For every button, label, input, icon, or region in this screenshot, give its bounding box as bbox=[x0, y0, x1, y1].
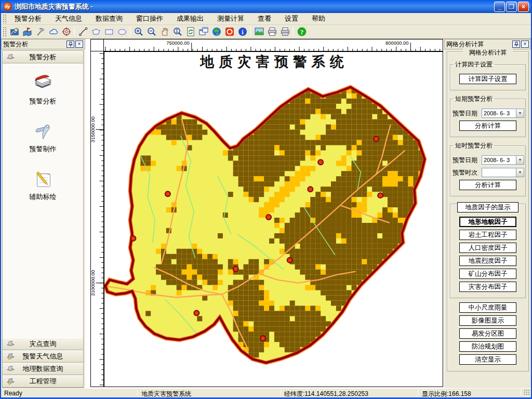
warning-time-combobox[interactable]: ▼ bbox=[482, 168, 524, 177]
nav-item-label: 预警制作 bbox=[3, 144, 83, 154]
warning-date-combobox[interactable]: 2008- 6- 3 ▼ bbox=[482, 109, 524, 118]
rectangle-tool-icon[interactable] bbox=[102, 26, 115, 38]
nowcast-date-combobox[interactable]: 2008- 6- 3 ▼ bbox=[482, 155, 524, 165]
print-preview-icon[interactable] bbox=[278, 26, 291, 38]
menu-成果输出[interactable]: 成果输出 bbox=[170, 13, 210, 24]
warning-analysis-panel: 预警分析 × 预警分析 预警分析预警制作辅助标绘 灾点查询预警天气信息地理数据查… bbox=[1, 39, 85, 388]
display-button-易发分区图[interactable]: 易发分区图 bbox=[459, 328, 516, 339]
right-panel-title: 网格分析计算 bbox=[446, 40, 511, 49]
close-icon[interactable]: × bbox=[75, 41, 83, 48]
refresh-icon[interactable] bbox=[184, 26, 197, 38]
info-icon[interactable]: i bbox=[236, 26, 249, 38]
image-map-icon[interactable] bbox=[252, 26, 265, 38]
display-button-影像图显示[interactable]: 影像图显示 bbox=[459, 315, 516, 326]
warning-map-icon[interactable] bbox=[8, 26, 21, 38]
close-button[interactable]: × bbox=[518, 2, 529, 12]
svg-text:750000.00: 750000.00 bbox=[166, 40, 190, 46]
nav-section-地理数据查询[interactable]: 地理数据查询 bbox=[3, 363, 83, 375]
flag-map-icon[interactable] bbox=[21, 26, 34, 38]
minimize-button[interactable]: _ bbox=[494, 2, 505, 12]
menu-设置[interactable]: 设置 bbox=[278, 13, 305, 24]
nowcast-analyze-button[interactable]: 分析计算 bbox=[459, 180, 516, 190]
ellipse-tool-icon[interactable] bbox=[115, 26, 128, 38]
status-separator bbox=[418, 390, 418, 395]
menu-帮助[interactable]: 帮助 bbox=[305, 13, 332, 24]
svg-text:3150000.00: 3150000.00 bbox=[91, 116, 96, 142]
zoom-out-icon[interactable] bbox=[145, 26, 158, 38]
menu-测量计算[interactable]: 测量计算 bbox=[210, 13, 251, 24]
restore-button[interactable]: ❐ bbox=[506, 2, 517, 12]
factor-button-灾害分布因子[interactable]: 灾害分布因子 bbox=[459, 282, 516, 292]
chevron-down-icon[interactable]: ▼ bbox=[516, 156, 524, 164]
display-button-防治规划图[interactable]: 防治规划图 bbox=[459, 341, 516, 352]
factor-button-人口密度因子[interactable]: 人口密度因子 bbox=[459, 243, 516, 253]
toolbar-separator bbox=[250, 26, 251, 37]
draw-icon bbox=[3, 167, 83, 189]
status-separator bbox=[521, 390, 521, 395]
status-item-3: 显示比例:166.158 bbox=[422, 390, 471, 398]
nav-item-预警制作[interactable]: 预警制作 bbox=[3, 119, 83, 154]
map-view[interactable]: 750000.00800000.00 3150000.003100000.00 … bbox=[85, 39, 444, 388]
ruler-horizontal: 750000.00800000.00 bbox=[104, 39, 443, 51]
resize-grip[interactable] bbox=[524, 389, 530, 395]
status-separator bbox=[281, 390, 281, 395]
nav-item-预警分析[interactable]: 预警分析 bbox=[3, 72, 83, 106]
svg-text:800000.00: 800000.00 bbox=[385, 40, 409, 46]
display-button-清空显示[interactable]: 清空显示 bbox=[459, 354, 516, 365]
polyline-tool-icon[interactable] bbox=[76, 26, 89, 38]
menu-数据查询[interactable]: 数据查询 bbox=[89, 13, 129, 24]
svg-text:3100000.00: 3100000.00 bbox=[91, 270, 96, 296]
chevron-down-icon[interactable]: ▼ bbox=[516, 168, 524, 177]
toolbar-grip bbox=[3, 26, 6, 37]
nav-item-辅助标绘[interactable]: 辅助标绘 bbox=[3, 167, 83, 202]
warning-date-label: 预警日期 bbox=[453, 156, 482, 165]
factor-button-地形地貌因子[interactable]: 地形地貌因子 bbox=[459, 217, 516, 227]
menu-窗口操作[interactable]: 窗口操作 bbox=[129, 13, 170, 24]
menu-预警分析[interactable]: 预警分析 bbox=[8, 13, 48, 24]
pin-icon[interactable] bbox=[66, 41, 74, 48]
polygon-tool-icon[interactable] bbox=[89, 26, 102, 38]
pan-hand-icon[interactable] bbox=[158, 26, 171, 38]
grid-analysis-group-title: 网格分析计算 bbox=[463, 48, 513, 57]
status-separator bbox=[137, 390, 138, 395]
display-button-中小尺度雨量[interactable]: 中小尺度雨量 bbox=[459, 302, 516, 313]
geo-factor-display-button[interactable]: 地质因子的显示 bbox=[457, 202, 518, 212]
cloud-icon[interactable] bbox=[47, 26, 60, 38]
calc-factor-settings-button[interactable]: 计算因子设置 bbox=[459, 74, 516, 84]
section-warning-analysis[interactable]: 预警分析 bbox=[3, 51, 83, 63]
nowcast-group: 短时预警分析 预警日期 2008- 6- 3 ▼ 预警时次 ▼ bbox=[450, 141, 526, 196]
map-canvas[interactable]: 地质灾害预警系统 bbox=[104, 51, 443, 387]
globe-icon[interactable] bbox=[210, 26, 223, 38]
zoom-in-icon[interactable] bbox=[132, 26, 145, 38]
close-icon[interactable]: × bbox=[521, 41, 529, 48]
toolbar-separator bbox=[74, 26, 75, 37]
copy-window-icon[interactable] bbox=[197, 26, 210, 38]
stop-icon[interactable] bbox=[223, 26, 236, 38]
geo-factor-group: 地质因子的显示 地形地貌因子岩土工程因子人口密度因子地震烈度因子矿山分布因子灾害… bbox=[450, 204, 526, 298]
ruler-vertical: 3150000.003100000.00 bbox=[90, 51, 104, 387]
window-title: 浏阳市地质灾害预警系统 - bbox=[15, 2, 93, 11]
nav-section-预警天气信息[interactable]: 预警天气信息 bbox=[3, 350, 83, 363]
help-icon[interactable]: ? bbox=[295, 26, 308, 38]
zoom-window-icon[interactable] bbox=[171, 26, 184, 38]
svg-text:?: ? bbox=[300, 28, 303, 36]
warning-date-label: 预警日期 bbox=[453, 109, 482, 118]
factor-button-矿山分布因子[interactable]: 矿山分布因子 bbox=[459, 269, 516, 279]
nav-item-label: 辅助标绘 bbox=[3, 192, 83, 202]
print-icon[interactable] bbox=[265, 26, 278, 38]
menu-天气信息[interactable]: 天气信息 bbox=[48, 13, 89, 24]
factor-button-岩土工程因子[interactable]: 岩土工程因子 bbox=[459, 230, 516, 240]
pin-icon[interactable] bbox=[512, 41, 520, 48]
nav-section-灾点查询[interactable]: 灾点查询 bbox=[3, 338, 83, 350]
grid-analysis-panel: 网格分析计算 × 网格分析计算 计算因子设置 计算因子设置 短期预警分析 预警日… bbox=[444, 39, 531, 388]
short-term-analyze-button[interactable]: 分析计算 bbox=[459, 121, 516, 131]
chevron-down-icon[interactable]: ▼ bbox=[516, 109, 524, 117]
menu-查看[interactable]: 查看 bbox=[251, 13, 278, 24]
menu-grip bbox=[3, 14, 6, 23]
target-icon[interactable] bbox=[60, 26, 73, 38]
pick-tool-icon[interactable] bbox=[34, 26, 47, 38]
short-term-group: 短期预警分析 预警日期 2008- 6- 3 ▼ 分析计算 bbox=[450, 95, 526, 137]
nav-section-工程管理[interactable]: 工程管理 bbox=[3, 375, 83, 388]
factor-button-地震烈度因子[interactable]: 地震烈度因子 bbox=[459, 256, 516, 266]
svg-text:地质灾害预警系统: 地质灾害预警系统 bbox=[200, 54, 348, 70]
